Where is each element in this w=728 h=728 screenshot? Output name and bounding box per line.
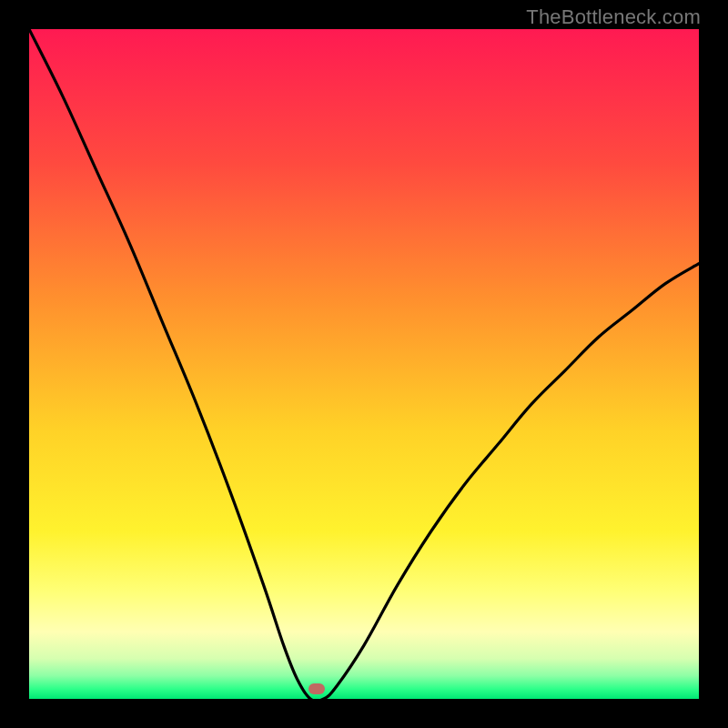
chart-frame: TheBottleneck.com bbox=[0, 0, 728, 728]
watermark-text: TheBottleneck.com bbox=[526, 5, 701, 29]
bottleneck-curve bbox=[29, 29, 699, 699]
optimal-point-marker bbox=[308, 683, 325, 694]
plot-area bbox=[29, 29, 699, 699]
